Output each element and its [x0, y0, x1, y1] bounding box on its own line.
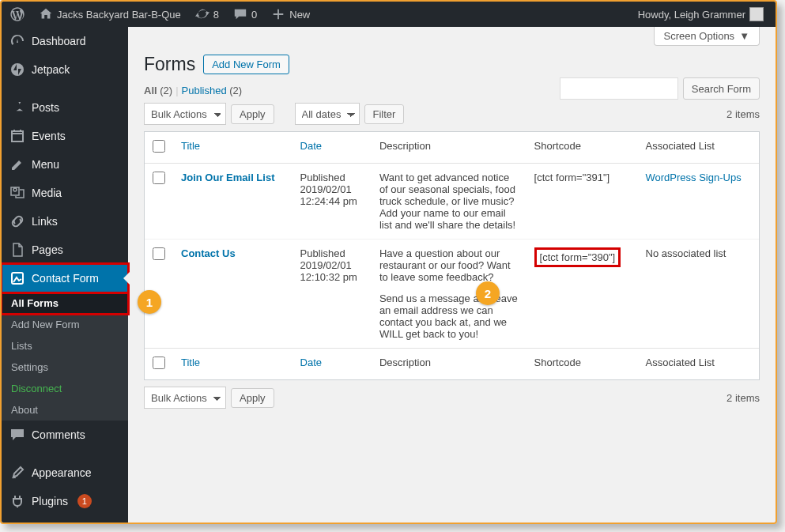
menu-item-posts[interactable]: Posts	[2, 93, 128, 122]
associated-list-link[interactable]: WordPress Sign-Ups	[646, 172, 742, 183]
comments-bubble[interactable]: 0	[228, 2, 262, 27]
sub-item-settings[interactable]: Settings	[2, 357, 128, 378]
refresh-icon	[195, 7, 209, 21]
menu-item-appearance[interactable]: Appearance	[2, 458, 128, 487]
sub-item-add-new-form[interactable]: Add New Form	[2, 314, 128, 335]
table-row: Join Our Email List Published 2019/02/01…	[145, 164, 759, 239]
pin-icon	[9, 100, 25, 115]
plugins-update-badge: 1	[77, 494, 92, 508]
menu-item-comments[interactable]: Comments	[2, 421, 128, 449]
menu-item-dashboard[interactable]: Dashboard	[2, 27, 128, 55]
shortcode-text: [ctct form="391"]	[534, 172, 610, 183]
comments-count: 0	[251, 9, 257, 21]
home-icon	[39, 7, 53, 21]
new-content[interactable]: New	[266, 2, 315, 27]
col-description: Description	[372, 132, 526, 164]
jetpack-icon	[9, 62, 25, 77]
annotation-bubble-1: 1	[138, 290, 161, 314]
sub-item-about[interactable]: About	[2, 399, 128, 421]
col-associated: Associated List	[638, 132, 760, 164]
submenu-contact-form: All Forms Add New Form Lists Settings Di…	[2, 292, 128, 421]
admin-toolbar: Jacks Backyard Bar-B-Que 8 0 New Howdy, …	[2, 2, 776, 27]
row-checkbox[interactable]	[153, 247, 165, 260]
menu-item-media[interactable]: Media	[2, 179, 128, 207]
site-name: Jacks Backyard Bar-B-Que	[57, 9, 181, 21]
search-input[interactable]	[560, 77, 678, 100]
my-account[interactable]: Howdy, Leigh Grammer	[632, 2, 769, 27]
sub-item-disconnect[interactable]: Disconnect	[2, 378, 128, 399]
annotation-bubble-2: 2	[476, 281, 500, 305]
associated-list-text: No associated list	[646, 247, 727, 259]
page-icon	[9, 242, 25, 258]
menu-item-pages[interactable]: Pages	[2, 236, 128, 264]
filter-published[interactable]: Published (2)	[182, 85, 243, 96]
date-filter-select[interactable]: All dates	[295, 103, 360, 125]
menu-item-menu[interactable]: Menu	[2, 150, 128, 179]
apply-button-bottom[interactable]: Apply	[231, 388, 274, 408]
menu-item-contact-form[interactable]: Contact Form	[2, 264, 128, 292]
plug-icon	[9, 493, 25, 509]
page-title: Forms	[144, 54, 195, 75]
content-body: Screen Options ▼ Forms Add New Form All …	[128, 27, 776, 523]
shortcode-text: [ctct form="390"]	[534, 247, 621, 267]
search-button[interactable]: Search Form	[683, 77, 760, 100]
admin-sidebar: Dashboard Jetpack Posts Events Menu Medi…	[2, 27, 128, 523]
comment-icon	[233, 7, 247, 21]
items-count-top: 2 items	[727, 108, 760, 120]
wp-logo[interactable]	[5, 2, 30, 27]
svg-point-0	[11, 63, 24, 76]
menu-item-plugins[interactable]: Plugins 1	[2, 487, 128, 515]
calendar-icon	[9, 128, 25, 144]
chevron-down-icon: ▼	[739, 30, 749, 42]
updates-count: 8	[213, 9, 219, 21]
select-all-bottom[interactable]	[153, 357, 165, 369]
row-checkbox[interactable]	[153, 172, 165, 184]
sub-item-lists[interactable]: Lists	[2, 335, 128, 357]
media-icon	[9, 185, 25, 201]
col-date[interactable]: Date	[292, 132, 372, 164]
col-shortcode: Shortcode	[526, 132, 638, 164]
bulk-actions-select-bottom[interactable]: Bulk Actions	[144, 387, 226, 409]
forms-table: Title Date Description Shortcode Associa…	[144, 131, 760, 380]
wordpress-icon	[10, 7, 25, 21]
howdy-text: Howdy, Leigh Grammer	[638, 9, 745, 21]
updates[interactable]: 8	[190, 2, 225, 27]
plus-icon	[271, 7, 285, 21]
table-row: Contact Us Published 2019/02/01 12:10:32…	[145, 239, 759, 348]
bulk-actions-select[interactable]: Bulk Actions	[144, 103, 226, 125]
form-icon	[9, 270, 25, 286]
sub-item-all-forms[interactable]: All Forms	[2, 292, 128, 314]
site-home[interactable]: Jacks Backyard Bar-B-Que	[33, 2, 187, 27]
add-new-form-button[interactable]: Add New Form	[203, 55, 289, 74]
row-title-link[interactable]: Join Our Email List	[181, 172, 274, 183]
link-icon	[9, 213, 25, 229]
menu-item-links[interactable]: Links	[2, 207, 128, 236]
row-title-link[interactable]: Contact Us	[181, 247, 236, 259]
col-title[interactable]: Title	[173, 132, 292, 164]
edit-icon	[9, 157, 25, 172]
menu-item-jetpack[interactable]: Jetpack	[2, 55, 128, 84]
items-count-bottom: 2 items	[727, 392, 760, 404]
select-all-top[interactable]	[153, 140, 165, 153]
apply-button-top[interactable]: Apply	[231, 104, 274, 124]
filter-button[interactable]: Filter	[364, 104, 405, 124]
new-label: New	[289, 9, 310, 21]
screen-options-toggle[interactable]: Screen Options ▼	[654, 27, 760, 46]
comment-icon	[9, 427, 25, 443]
menu-item-events[interactable]: Events	[2, 122, 128, 150]
avatar	[749, 7, 764, 21]
dashboard-icon	[9, 33, 25, 49]
brush-icon	[9, 465, 25, 481]
